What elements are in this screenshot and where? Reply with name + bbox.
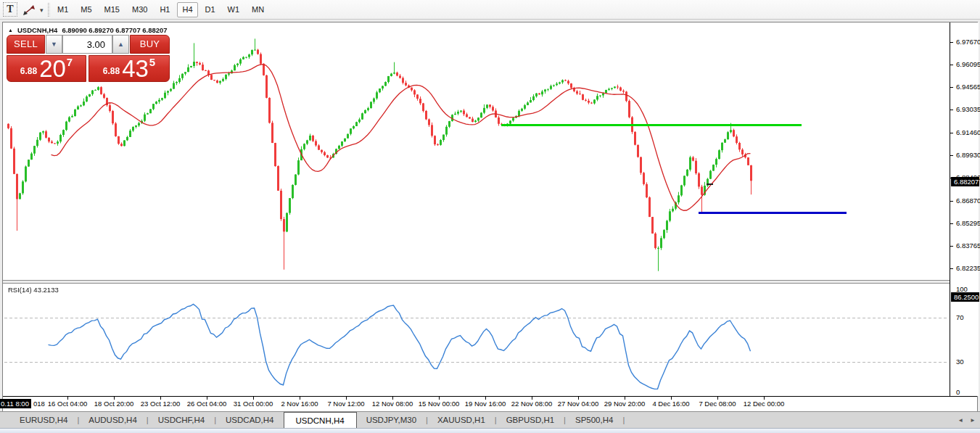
time-axis[interactable]: 0.11 8:00 018 16 Oct 04:0018 Oct 20:0023… <box>3 396 977 412</box>
timeframe-button-m30[interactable]: M30 <box>127 2 152 17</box>
rsi-pane: RSI(14) 43.2133 <box>3 284 950 396</box>
time-axis-label: 15 Nov 00:00 <box>413 400 464 408</box>
sell-price-pips: 20 <box>39 59 66 78</box>
price-axis-tick <box>950 155 953 156</box>
rsi-axis-label: 0 <box>956 388 960 396</box>
tab-usdcnh-h4[interactable]: USDCNH,H4 <box>284 412 357 428</box>
toolbar-grip <box>48 3 50 17</box>
price-axis-label: 6.93035 <box>956 105 980 113</box>
time-axis-label: 7 Nov 12:00 <box>321 400 371 408</box>
sell-price-button[interactable]: 6.88 20 7 <box>7 55 86 82</box>
tab-scroll-left-icon[interactable]: ◄ <box>958 417 963 424</box>
timeframe-button-mn[interactable]: MN <box>247 2 269 17</box>
price-axis-tick <box>950 87 953 88</box>
chart-title: ▲ USDCNH,H4 6.89090 6.89270 6.87707 6.88… <box>8 26 168 35</box>
buy-price-base: 6.88 <box>103 66 120 76</box>
rsi-canvas[interactable] <box>3 284 950 396</box>
time-axis-label: 19 Nov 16:00 <box>460 400 511 408</box>
volume-decrease-button[interactable]: ▼ <box>46 35 62 54</box>
price-axis-label: 6.91460 <box>956 128 980 136</box>
collapse-triangle-icon[interactable]: ▲ <box>8 26 13 35</box>
price-axis-label: 6.85295 <box>956 219 980 227</box>
time-axis-label: 31 Oct 00:00 <box>228 400 279 408</box>
rsi-level-box: 86.2500 <box>951 292 979 302</box>
status-strip <box>0 428 980 433</box>
price-axis-label: 6.96095 <box>956 60 980 68</box>
tab-eurusd-h4[interactable]: EURUSD,H4 <box>10 412 77 428</box>
one-click-trade-panel: SELL ▼ ▲ BUY 6.88 20 7 6.88 43 5 <box>7 35 170 82</box>
text-tool-button[interactable]: T <box>3 2 17 17</box>
time-axis-label: 16 Oct 04:00 <box>42 400 93 408</box>
sell-price-fraction: 7 <box>67 56 73 68</box>
timeframe-button-d1[interactable]: D1 <box>200 2 221 17</box>
timeframe-button-h4[interactable]: H4 <box>177 2 197 17</box>
tab-audusd-h4[interactable]: AUDUSD,H4 <box>79 412 146 428</box>
price-axis-tick <box>950 42 953 43</box>
time-axis-label: 12 Nov 08:00 <box>367 400 418 408</box>
tab-usdjpy-m30[interactable]: USDJPY,M30 <box>357 412 426 428</box>
price-axis-tick <box>950 65 953 65</box>
tab-usdchf-h4[interactable]: USDCHF,H4 <box>149 412 215 428</box>
rsi-axis-label: 30 <box>956 358 964 366</box>
price-axis-label: 6.83765 <box>956 242 980 250</box>
trading-terminal: T ▾ M1M5M15M30H1H4D1W1MN ▲ USDCNH,H4 6.8… <box>0 0 980 433</box>
time-axis-label: 27 Nov 04:00 <box>553 400 604 408</box>
tab-usdcad-h4[interactable]: USDCAD,H4 <box>216 412 283 428</box>
timeframe-button-h1[interactable]: H1 <box>155 2 175 17</box>
timeframe-button-m5[interactable]: M5 <box>75 2 96 17</box>
timeframe-button-w1[interactable]: W1 <box>223 2 245 17</box>
timeframe-button-m1[interactable]: M1 <box>52 2 73 17</box>
tab-xauusd-h1[interactable]: XAUUSD,H1 <box>428 412 495 428</box>
chart-ohlc-values: 6.89090 6.89270 6.87707 6.88207 <box>62 26 167 35</box>
timeframe-buttons: M1M5M15M30H1H4D1W1MN <box>52 2 269 17</box>
time-axis-label: 7 Dec 08:00 <box>692 400 743 408</box>
tab-divider: | <box>622 412 625 428</box>
rsi-indicator-label: RSI(14) 43.2133 <box>8 286 59 294</box>
tab-scroll-right-icon[interactable]: ► <box>970 417 976 424</box>
time-axis-label: 23 Oct 12:00 <box>135 400 186 408</box>
chart-symbol: USDCNH,H4 <box>17 26 57 35</box>
price-axis-tick <box>950 110 953 110</box>
price-axis-label: 6.94565 <box>956 83 980 91</box>
price-axis-label: 6.97670 <box>956 38 980 46</box>
time-axis-label: 12 Dec 00:00 <box>738 400 789 408</box>
time-axis-label: 2 Nov 16:00 <box>274 400 325 408</box>
chart-window: ▲ USDCNH,H4 6.89090 6.89270 6.87707 6.88… <box>2 22 978 411</box>
tab-scroll-buttons: ◄ ► <box>958 412 976 428</box>
chevron-down-icon: ▾ <box>40 7 44 14</box>
price-axis-tick <box>950 223 953 224</box>
time-axis-label: 29 Nov 20:00 <box>599 400 650 408</box>
support-line-blue[interactable] <box>699 212 847 214</box>
buy-price-fraction: 5 <box>149 56 155 68</box>
price-axis-label: 6.86870 <box>956 197 980 205</box>
buy-price-pips: 43 <box>122 59 149 78</box>
arrows-tool-button[interactable]: ▾ <box>22 3 47 17</box>
toolbar: T ▾ M1M5M15M30H1H4D1W1MN <box>0 0 980 20</box>
rsi-axis-label: 70 <box>956 313 964 321</box>
chart-tab-bar: EURUSD,H4|AUDUSD,H4|USDCHF,H4|USDCAD,H4U… <box>0 411 980 428</box>
volume-increase-button[interactable]: ▲ <box>112 35 129 54</box>
sell-price-base: 6.88 <box>20 66 37 76</box>
price-axis-tick <box>950 246 953 247</box>
price-axis-tick <box>950 268 953 269</box>
time-axis-highlight: 0.11 8:00 <box>0 399 31 408</box>
current-price-box: 6.88207 <box>951 177 979 186</box>
time-axis-label: 4 Dec 16:00 <box>646 400 696 408</box>
tab-sp500-h4[interactable]: SP500,H4 <box>566 412 622 428</box>
timeframe-button-m15[interactable]: M15 <box>99 2 125 17</box>
price-axis-label: 6.89930 <box>956 151 980 159</box>
tab-gbpusd-h1[interactable]: GBPUSD,H1 <box>497 412 564 428</box>
price-axis-tick <box>950 133 953 133</box>
resistance-line-green[interactable] <box>501 124 802 126</box>
buy-price-button[interactable]: 6.88 43 5 <box>88 55 170 82</box>
doji-dash-marker <box>707 183 713 185</box>
time-axis-label: 26 Oct 04:00 <box>181 400 232 408</box>
buy-button[interactable]: BUY <box>130 35 170 54</box>
sell-button[interactable]: SELL <box>7 35 45 54</box>
price-axis[interactable]: 6.976706.960956.945656.930356.914606.899… <box>950 22 979 396</box>
volume-input[interactable] <box>62 35 112 54</box>
price-pane: ▲ USDCNH,H4 6.89090 6.89270 6.87707 6.88… <box>3 22 950 280</box>
time-axis-label: 22 Nov 08:00 <box>506 400 557 408</box>
time-axis-label: 18 Oct 20:00 <box>88 400 139 408</box>
arrows-icon <box>22 4 37 16</box>
